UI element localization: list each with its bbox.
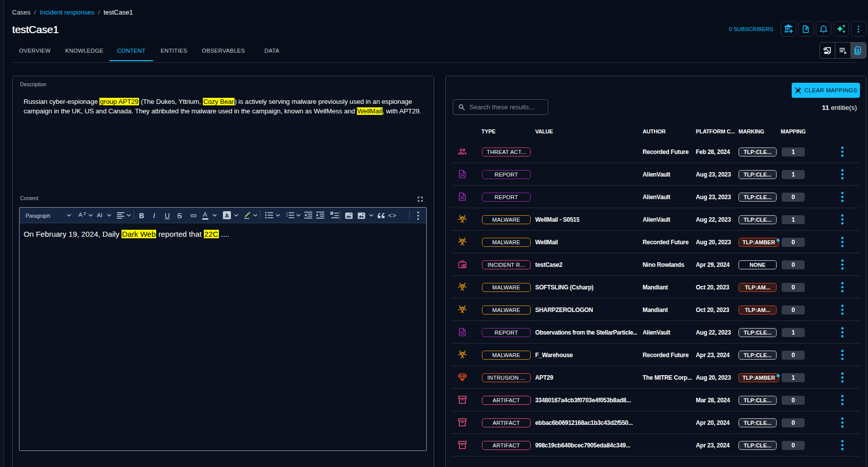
svg-text:2: 2 xyxy=(286,214,288,217)
svg-text:A: A xyxy=(225,213,229,219)
svg-text:A: A xyxy=(78,211,82,218)
